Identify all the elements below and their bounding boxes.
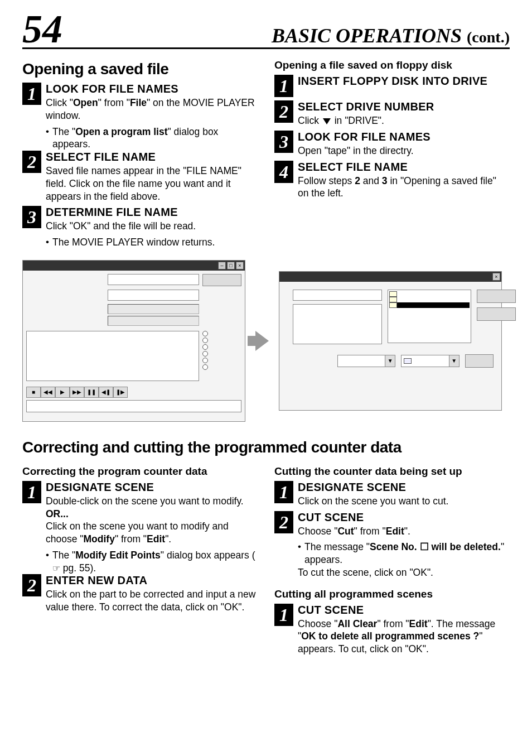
step-body: Double-click on the scene you want to mo… — [46, 495, 258, 508]
close-icon[interactable]: × — [492, 273, 500, 281]
section2-left-col: Correcting the program counter data 1 DE… — [22, 461, 258, 659]
rewind-button[interactable]: ◀◀ — [41, 387, 55, 398]
field[interactable] — [108, 274, 199, 285]
dropdown-arrow-icon: ▼ — [449, 355, 459, 367]
close-icon[interactable]: × — [236, 262, 244, 269]
bullet-icon: • — [46, 126, 49, 151]
field[interactable] — [108, 290, 199, 301]
folder-icon — [389, 297, 397, 302]
step-title: DETERMINE FILE NAME — [46, 206, 258, 219]
slider[interactable] — [108, 316, 199, 326]
section1-right-col: Opening a file saved on floppy disk 1 IN… — [274, 55, 510, 249]
section2-right-heading-2: Cutting all programmed scenes — [274, 588, 510, 600]
section2-title: Correcting and cutting the programmed co… — [22, 439, 510, 456]
step-body: Follow steps 2 and 3 in "Opening a saved… — [298, 175, 510, 200]
directory-listbox[interactable] — [388, 290, 471, 343]
stop-button[interactable]: ■ — [26, 387, 41, 398]
folder-item-selected[interactable] — [389, 302, 470, 308]
step-designate-scene: 1 DESIGNATE SCENE Double-click on the sc… — [22, 481, 258, 546]
bullet-icon: • — [298, 541, 301, 566]
header-title: BASIC OPERATIONS (cont.) — [272, 24, 510, 47]
step-fwd-button[interactable]: ❚▶ — [113, 387, 128, 398]
minimize-icon[interactable]: – — [218, 262, 226, 269]
radio-option[interactable] — [202, 364, 241, 370]
arrow-right-icon — [251, 331, 273, 351]
step-body: Click in "DRIVE". — [298, 114, 510, 127]
step-designate-scene-cut: 1 DESIGNATE SCENE Click on the scene you… — [274, 481, 510, 508]
step-2-select-file-name: 2 SELECT FILE NAME Saved file names appe… — [22, 151, 258, 203]
button[interactable] — [202, 274, 241, 286]
step-body: Open "tape" in the directry. — [298, 145, 510, 157]
step-number: 3 — [274, 131, 293, 153]
step-body: Choose "All Clear" from "Edit". The mess… — [298, 618, 510, 656]
button[interactable] — [465, 354, 494, 368]
step-number: 1 — [274, 75, 293, 97]
bullet: • The "Modify Edit Points" dialog box ap… — [46, 549, 258, 575]
step-r1-insert-floppy: 1 INSERT FLOPPY DISK INTO DRIVE — [274, 75, 510, 97]
hand-pointer-icon: ☞ — [52, 563, 60, 575]
step-title: DESIGNATE SCENE — [46, 481, 258, 494]
drive-dropdown[interactable]: ▼ — [401, 355, 459, 367]
open-dialog: × — [279, 271, 502, 411]
ffwd-button[interactable]: ▶▶ — [70, 387, 84, 398]
step-r4-select-file-name: 4 SELECT FILE NAME Follow steps 2 and 3 … — [274, 161, 510, 200]
step-number: 1 — [22, 481, 41, 503]
slider[interactable] — [108, 304, 199, 314]
step-enter-new-data: 2 ENTER NEW DATA Click on the part to be… — [22, 574, 258, 614]
ok-button[interactable] — [477, 290, 516, 303]
step-number: 4 — [274, 161, 293, 183]
section1-title: Opening a saved file — [22, 60, 258, 78]
step-r2-select-drive: 2 SELECT DRIVE NUMBER Click in "DRIVE". — [274, 100, 510, 127]
screenshots-row: – □ × ■ ◀◀ ▶ — [22, 260, 510, 422]
radio-option[interactable] — [202, 351, 241, 357]
step-number-2: 2 — [22, 151, 41, 173]
folder-item[interactable] — [389, 297, 470, 302]
bullet-icon: • — [46, 549, 49, 575]
step-number: 2 — [22, 574, 41, 596]
pause-button[interactable]: ❚❚ — [84, 387, 99, 398]
step-title: LOOK FOR FILE NAMES — [46, 83, 258, 95]
play-button[interactable]: ▶ — [55, 387, 70, 398]
cancel-button[interactable] — [477, 307, 516, 321]
step-back-button[interactable]: ◀❚ — [99, 387, 113, 398]
titlebar: × — [279, 272, 501, 282]
step-body: Click on the scene you want to modify an… — [46, 520, 258, 546]
movie-player-window: – □ × ■ ◀◀ ▶ — [22, 260, 245, 422]
titlebar: – □ × — [23, 261, 245, 271]
section2-right-col: Cutting the counter data being set up 1 … — [274, 461, 510, 659]
bullet: • The "Open a program list" dialog box a… — [46, 126, 258, 151]
radio-option[interactable] — [202, 338, 241, 343]
radio-option[interactable] — [202, 344, 241, 350]
step-number-3: 3 — [22, 206, 41, 228]
bullet: • The MOVIE PLAYER window returns. — [46, 236, 258, 249]
step-title: INSERT FLOPPY DISK INTO DRIVE — [298, 75, 510, 88]
section1-right-heading: Opening a file saved on floppy disk — [274, 59, 510, 71]
radio-option[interactable] — [202, 331, 241, 336]
drive-icon — [404, 358, 412, 364]
step-body: To cut the scene, click on "OK". — [298, 566, 510, 579]
filename-listbox[interactable] — [293, 304, 382, 344]
folder-item[interactable] — [389, 291, 470, 297]
maximize-icon[interactable]: □ — [227, 262, 235, 269]
header-cont: (cont.) — [467, 28, 510, 46]
radio-group — [202, 331, 241, 381]
step-body: Saved file names appear in the "FILE NAM… — [46, 165, 258, 203]
folder-icon — [389, 291, 397, 297]
step-title: DESIGNATE SCENE — [298, 481, 510, 494]
radio-option[interactable] — [202, 358, 241, 363]
step-number: 2 — [274, 100, 293, 123]
page-number: 54 — [22, 11, 62, 47]
step-number: 1 — [274, 481, 293, 503]
step-3-determine-file-name: 3 DETERMINE FILE NAME Click "OK" and the… — [22, 206, 258, 233]
step-cut-scene: 2 CUT SCENE Choose "Cut" from "Edit". — [274, 511, 510, 538]
step-title: SELECT FILE NAME — [298, 161, 510, 174]
step-body: Click "OK" and the file will be read. — [46, 220, 258, 233]
bullet: • The message "Scene No. ☐ will be delet… — [298, 541, 510, 566]
timeline-track[interactable] — [26, 400, 241, 412]
page-header: 54 BASIC OPERATIONS (cont.) — [22, 11, 510, 49]
filetype-dropdown[interactable]: ▼ — [337, 355, 395, 367]
table[interactable] — [26, 331, 199, 381]
step-r3-look-for-file-names: 3 LOOK FOR FILE NAMES Open "tape" in the… — [274, 131, 510, 157]
filename-input[interactable] — [293, 290, 382, 301]
step-title: SELECT DRIVE NUMBER — [298, 100, 510, 113]
